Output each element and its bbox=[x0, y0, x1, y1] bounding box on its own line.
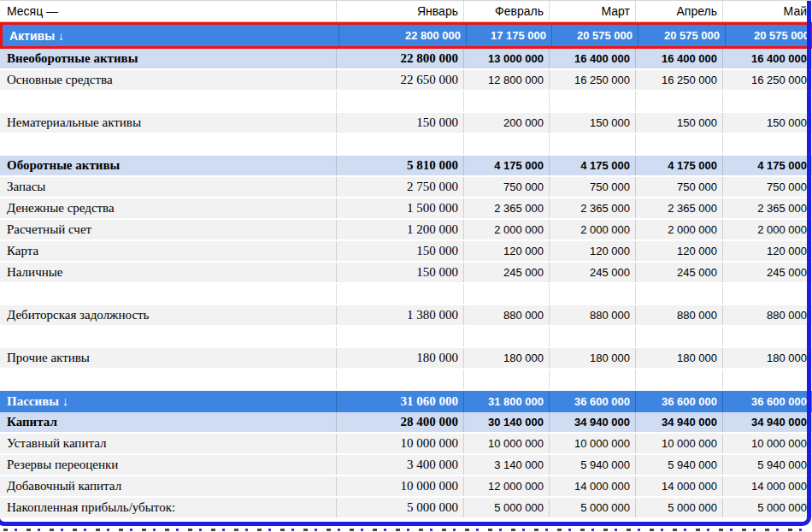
cell-value[interactable] bbox=[337, 92, 464, 111]
cell-value[interactable]: 2 000 000 bbox=[636, 220, 723, 239]
month-header[interactable]: Март bbox=[550, 1, 636, 21]
cell-value[interactable]: 180 000 bbox=[636, 348, 723, 368]
cell-value[interactable]: 22 800 000 bbox=[337, 49, 464, 68]
row-label[interactable]: Пассивы ↓ bbox=[0, 391, 337, 412]
row-label[interactable]: Дебиторская задолжность bbox=[0, 305, 337, 325]
cell-value[interactable]: 245 000 bbox=[464, 263, 550, 282]
cell-value[interactable] bbox=[723, 134, 812, 154]
cell-value[interactable]: 4 175 000 bbox=[550, 156, 636, 175]
row-label[interactable]: Уставный капитал bbox=[0, 434, 337, 453]
cell-value[interactable]: 1 200 000 bbox=[337, 220, 464, 239]
cell-value[interactable] bbox=[464, 369, 550, 389]
table-row[interactable]: Дебиторская задолжность1 380 000880 0008… bbox=[0, 305, 812, 327]
spacer-row[interactable] bbox=[0, 92, 812, 113]
cell-value[interactable]: 14 000 000 bbox=[723, 476, 812, 496]
cell-value[interactable]: 17 175 000 bbox=[467, 25, 552, 46]
cell-value[interactable]: 20 575 000 bbox=[552, 25, 638, 46]
table-row[interactable]: Основные средства22 650 00012 800 00016 … bbox=[0, 70, 812, 92]
cell-value[interactable]: 36 600 000 bbox=[723, 391, 812, 412]
cell-value[interactable]: 120 000 bbox=[550, 241, 636, 261]
cell-value[interactable] bbox=[636, 92, 723, 111]
cell-value[interactable]: 750 000 bbox=[464, 177, 550, 197]
row-label[interactable]: Резервы переоценки bbox=[0, 455, 337, 475]
cell-value[interactable]: 4 175 000 bbox=[464, 156, 550, 175]
table-row[interactable]: Уставный капитал10 000 00010 000 00010 0… bbox=[0, 434, 812, 455]
row-label[interactable]: Расчетный счет bbox=[0, 220, 337, 239]
cell-value[interactable]: 34 940 000 bbox=[550, 412, 636, 432]
cell-value[interactable]: 5 940 000 bbox=[550, 455, 636, 475]
table-row[interactable]: Пассивы ↓31 060 00031 800 00036 600 0003… bbox=[0, 391, 812, 412]
cell-value[interactable]: 2 000 000 bbox=[723, 220, 812, 239]
cell-value[interactable]: 880 000 bbox=[464, 305, 550, 325]
cell-value[interactable]: 2 365 000 bbox=[636, 198, 723, 218]
cell-value[interactable]: 3 400 000 bbox=[337, 455, 464, 475]
cell-value[interactable]: 10 000 000 bbox=[337, 434, 464, 453]
row-label[interactable] bbox=[0, 327, 337, 346]
table-row[interactable]: Оборотные активы5 810 0004 175 0004 175 … bbox=[0, 156, 812, 177]
table-row[interactable]: Расчетный счет1 200 0002 000 0002 000 00… bbox=[0, 220, 812, 241]
row-label[interactable]: Добавочный капитал bbox=[0, 476, 337, 496]
cell-value[interactable]: 5 810 000 bbox=[337, 156, 464, 175]
cell-value[interactable]: 180 000 bbox=[337, 348, 464, 368]
cell-value[interactable]: 180 000 bbox=[723, 348, 812, 368]
cell-value[interactable]: 4 175 000 bbox=[636, 156, 723, 175]
row-label[interactable] bbox=[0, 369, 337, 389]
cell-value[interactable]: 2 000 000 bbox=[550, 220, 636, 239]
cell-value[interactable]: 2 365 000 bbox=[464, 198, 550, 218]
cell-value[interactable]: 1 500 000 bbox=[337, 198, 464, 218]
table-row[interactable]: Денежные средства1 500 0002 365 0002 365… bbox=[0, 198, 812, 220]
cell-value[interactable] bbox=[337, 327, 464, 346]
table-row[interactable]: Добавочный капитал10 000 00012 000 00014… bbox=[0, 476, 812, 498]
cell-value[interactable] bbox=[464, 284, 550, 304]
cell-value[interactable]: 120 000 bbox=[636, 241, 723, 261]
cell-value[interactable] bbox=[550, 92, 636, 111]
cell-value[interactable]: 5 940 000 bbox=[723, 455, 812, 475]
cell-value[interactable]: 5 000 000 bbox=[723, 498, 812, 517]
cell-value[interactable]: 22 800 000 bbox=[339, 25, 467, 46]
cell-value[interactable]: 2 365 000 bbox=[550, 198, 636, 218]
row-label[interactable] bbox=[0, 92, 337, 111]
cell-value[interactable]: 120 000 bbox=[723, 241, 812, 261]
cell-value[interactable]: 2 750 000 bbox=[337, 177, 464, 197]
row-label[interactable]: Внеоборотные активы bbox=[0, 49, 337, 68]
cell-value[interactable]: 245 000 bbox=[550, 263, 636, 282]
cell-value[interactable]: 150 000 bbox=[550, 113, 636, 133]
cell-value[interactable]: 36 600 000 bbox=[636, 391, 723, 412]
row-label[interactable]: Денежные средства bbox=[0, 198, 337, 218]
cell-value[interactable]: 2 365 000 bbox=[723, 198, 812, 218]
cell-value[interactable] bbox=[337, 369, 464, 389]
cell-value[interactable]: 150 000 bbox=[337, 241, 464, 261]
cell-value[interactable] bbox=[636, 284, 723, 304]
month-header[interactable]: Январь bbox=[337, 1, 464, 21]
cell-value[interactable] bbox=[337, 134, 464, 154]
table-row[interactable]: Запасы2 750 000750 000750 000750 000750 … bbox=[0, 177, 812, 198]
cell-value[interactable]: 245 000 bbox=[636, 263, 723, 282]
cell-value[interactable] bbox=[464, 327, 550, 346]
cell-value[interactable]: 150 000 bbox=[337, 263, 464, 282]
cell-value[interactable]: 10 000 000 bbox=[723, 434, 812, 453]
table-row[interactable]: Капитал28 400 00030 140 00034 940 00034 … bbox=[0, 412, 812, 434]
cell-value[interactable]: 31 800 000 bbox=[464, 391, 550, 412]
cell-value[interactable]: 36 600 000 bbox=[550, 391, 636, 412]
cell-value[interactable]: 5 940 000 bbox=[636, 455, 723, 475]
row-label[interactable]: Запасы bbox=[0, 177, 337, 197]
row-label[interactable]: Нематериальные активы bbox=[0, 113, 337, 133]
table-row[interactable]: Накопленная прибыль/убыток:5 000 0005 00… bbox=[0, 498, 812, 519]
cell-value[interactable]: 245 000 bbox=[723, 263, 812, 282]
cell-value[interactable] bbox=[723, 369, 812, 389]
cell-value[interactable]: 10 000 000 bbox=[636, 434, 723, 453]
cell-value[interactable]: 1 380 000 bbox=[337, 305, 464, 325]
cell-value[interactable] bbox=[723, 284, 812, 304]
cell-value[interactable]: 30 140 000 bbox=[464, 412, 550, 432]
cell-value[interactable]: 750 000 bbox=[636, 177, 723, 197]
row-label[interactable]: Наличные bbox=[0, 263, 337, 282]
row-label[interactable]: Активы ↓ bbox=[3, 25, 339, 46]
cell-value[interactable]: 16 250 000 bbox=[550, 70, 636, 90]
cell-value[interactable]: 750 000 bbox=[550, 177, 636, 197]
cell-value[interactable]: 20 575 000 bbox=[638, 25, 726, 46]
cell-value[interactable]: 10 000 000 bbox=[550, 434, 636, 453]
cell-value[interactable]: 16 400 000 bbox=[723, 49, 812, 68]
row-label[interactable]: Накопленная прибыль/убыток: bbox=[0, 498, 337, 517]
cell-value[interactable]: 12 800 000 bbox=[464, 70, 550, 90]
cell-value[interactable]: 880 000 bbox=[636, 305, 723, 325]
